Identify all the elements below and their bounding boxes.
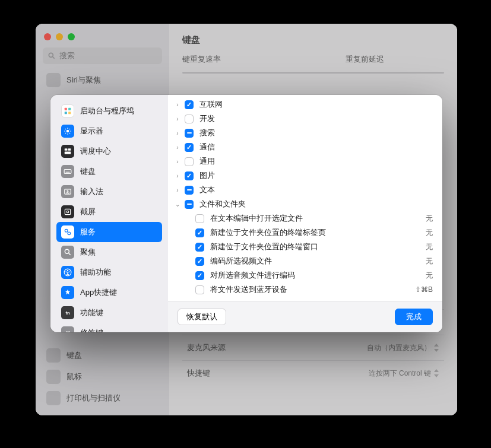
checkbox[interactable]: [185, 129, 194, 138]
bg-sidebar-item-mouse[interactable]: 鼠标: [43, 367, 162, 387]
slider-label-repeat-rate: 键重复速率: [182, 54, 221, 65]
slider-label-delay: 重复前延迟: [346, 54, 384, 65]
updown-icon: [433, 344, 439, 352]
checkbox[interactable]: [195, 257, 204, 266]
checkbox[interactable]: [195, 271, 204, 280]
bg-sidebar-item-printers[interactable]: 打印机与扫描仪: [43, 388, 162, 408]
shortcut-group[interactable]: ›通用: [168, 154, 442, 169]
svg-line-1: [53, 57, 55, 59]
shortcut-label: 编码所选视频文件: [208, 256, 422, 266]
shortcut-item[interactable]: 对所选音频文件进行编码无: [168, 268, 442, 282]
chevron-right-icon[interactable]: ›: [174, 130, 181, 136]
shortcut-group[interactable]: ›搜索: [168, 126, 442, 140]
shortcut-label: 新建位于文件夹位置的终端标签页: [208, 227, 422, 238]
shortcut-label: 搜索: [197, 128, 433, 138]
settings-row-shortcut[interactable]: 快捷键 连按两下 Control 键: [182, 360, 444, 386]
done-button[interactable]: 完成: [395, 309, 433, 325]
shortcut-key: 无: [426, 242, 433, 252]
shortcut-group[interactable]: ›图片: [168, 169, 442, 183]
window-controls: [43, 31, 162, 46]
slider-track[interactable]: [182, 72, 444, 74]
close-icon[interactable]: [44, 33, 51, 40]
category-item-brightness[interactable]: 显示器: [56, 121, 162, 141]
zoom-icon[interactable]: [68, 33, 75, 40]
category-item-label: 修饰键: [80, 328, 103, 332]
fn-icon: [61, 306, 74, 319]
checkbox[interactable]: [185, 100, 194, 109]
shortcut-label: 通用: [197, 156, 433, 167]
category-item-label: 辅助功能: [80, 267, 111, 278]
settings-row-label: 麦克风来源: [187, 342, 226, 353]
chevron-right-icon[interactable]: ›: [174, 116, 181, 122]
shortcut-key: 无: [426, 256, 433, 266]
shortcut-group[interactable]: ›互联网: [168, 97, 442, 112]
keyboard-shortcuts-sheet: 启动台与程序坞显示器调度中心键盘输入法截屏服务聚焦辅助功能App快捷键功能键修饰…: [50, 95, 442, 332]
shortcut-item[interactable]: 在文本编辑中打开选定文件无: [168, 211, 442, 225]
shortcut-label: 通信: [197, 142, 433, 152]
category-item-gear[interactable]: 服务: [56, 222, 162, 242]
grid-icon: [61, 104, 74, 117]
settings-row-value: 自动（内置麦克风）: [367, 343, 439, 353]
shortcut-group[interactable]: ›通信: [168, 140, 442, 154]
gear-icon: [61, 225, 74, 239]
checkbox[interactable]: [185, 186, 194, 195]
category-item-input[interactable]: 输入法: [56, 182, 162, 202]
chevron-right-icon[interactable]: ›: [174, 187, 181, 193]
chevron-right-icon[interactable]: ›: [174, 158, 181, 165]
checkbox[interactable]: [185, 171, 194, 180]
shortcut-item[interactable]: 新建位于文件夹位置的终端标签页无: [168, 225, 442, 240]
checkbox[interactable]: [195, 228, 204, 237]
checkbox[interactable]: [195, 214, 204, 223]
checkbox[interactable]: [185, 115, 194, 123]
bg-sidebar-item-keyboard[interactable]: 键盘: [43, 345, 162, 366]
shortcut-key: 无: [426, 271, 433, 281]
settings-row-mic[interactable]: 麦克风来源 自动（内置麦克风）: [182, 335, 444, 360]
updown-icon: [433, 369, 439, 377]
chevron-down-icon[interactable]: ⌄: [174, 201, 181, 208]
category-item-accessibility[interactable]: 辅助功能: [56, 262, 162, 282]
screenshot-icon: [61, 205, 74, 218]
slider-labels: 键重复速率 重复前延迟: [182, 54, 444, 65]
shortcut-label: 将文件发送到蓝牙设备: [208, 284, 411, 295]
shortcut-group[interactable]: ›开发: [168, 112, 442, 126]
category-item-screenshot[interactable]: 截屏: [56, 202, 162, 222]
bg-search-field[interactable]: 搜索: [43, 47, 162, 64]
bg-sidebar-item[interactable]: Siri与聚焦: [43, 70, 162, 90]
category-item-appstore[interactable]: App快捷键: [56, 282, 162, 303]
category-item-label: 聚焦: [80, 247, 96, 258]
category-item-label: 截屏: [80, 206, 96, 217]
shortcut-label: 开发: [197, 113, 433, 124]
checkbox[interactable]: [185, 143, 194, 152]
checkbox[interactable]: [185, 200, 194, 209]
category-item-fn[interactable]: 功能键: [56, 303, 162, 323]
category-item-label: 调度中心: [80, 146, 111, 157]
mission-icon: [61, 145, 74, 158]
shortcut-group[interactable]: ›文本: [168, 183, 442, 197]
checkbox[interactable]: [195, 285, 204, 294]
category-item-command[interactable]: 修饰键: [56, 323, 162, 332]
shortcut-label: 互联网: [197, 99, 433, 110]
category-item-mission[interactable]: 调度中心: [56, 141, 162, 161]
shortcut-item[interactable]: 编码所选视频文件无: [168, 254, 442, 268]
category-item-label: 启动台与程序坞: [80, 106, 134, 116]
checkbox[interactable]: [185, 157, 194, 166]
chevron-right-icon[interactable]: ›: [174, 144, 181, 151]
shortcut-key: 无: [426, 214, 433, 224]
category-item-label: 输入法: [80, 186, 103, 197]
chevron-right-icon[interactable]: ›: [174, 101, 181, 108]
shortcut-item[interactable]: 新建位于文件夹位置的终端窗口无: [168, 240, 442, 254]
category-item-keyboard[interactable]: 键盘: [56, 161, 162, 182]
category-item-grid[interactable]: 启动台与程序坞: [56, 101, 162, 121]
chevron-right-icon[interactable]: ›: [174, 173, 181, 179]
minimize-icon[interactable]: [56, 33, 63, 40]
restore-defaults-button[interactable]: 恢复默认: [178, 309, 226, 325]
sheet-footer: 恢复默认 完成: [168, 301, 442, 332]
shortcut-label: 图片: [197, 170, 433, 181]
shortcut-group[interactable]: ⌄文件和文件夹: [168, 197, 442, 211]
bg-sidebar-item-label: Siri与聚焦: [66, 75, 101, 85]
bg-sidebar-item-label: 键盘: [66, 350, 82, 361]
shortcut-item[interactable]: 将文件发送到蓝牙设备⇧⌘B: [168, 282, 442, 297]
category-item-search[interactable]: 聚焦: [56, 242, 162, 262]
checkbox[interactable]: [195, 243, 204, 252]
category-item-label: App快捷键: [80, 287, 117, 298]
